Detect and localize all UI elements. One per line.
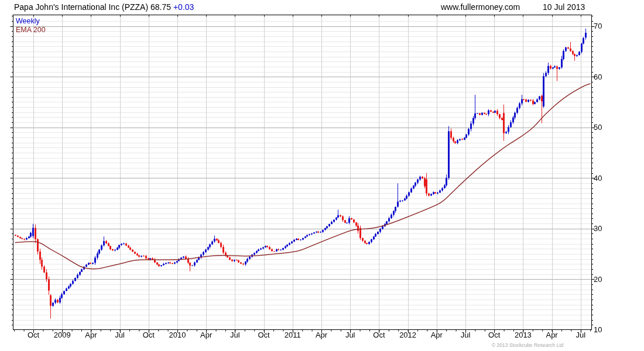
x-axis-label: 2012 xyxy=(395,331,421,339)
candlestick-chart xyxy=(0,0,644,351)
x-axis-label: Jul xyxy=(568,331,594,339)
legend-timeframe: Weekly xyxy=(16,17,40,25)
x-axis-label: Oct xyxy=(366,331,392,339)
y-axis-label: 60 xyxy=(594,73,602,81)
stock-chart-page: { "header": { "title": "Papa John's Inte… xyxy=(0,0,644,351)
x-axis-label: Apr xyxy=(78,331,104,339)
x-axis-label: Jul xyxy=(107,331,133,339)
price-change: +0.03 xyxy=(173,2,194,12)
x-axis-label: Oct xyxy=(481,331,507,339)
site-url: www.fullermoney.com xyxy=(441,2,520,12)
x-axis-label: Apr xyxy=(193,331,219,339)
x-axis-label: 2013 xyxy=(510,331,536,339)
x-axis-label: Apr xyxy=(539,331,565,339)
y-axis-label: 10 xyxy=(594,325,602,334)
x-axis-label: 2011 xyxy=(280,331,306,339)
x-axis-label: Oct xyxy=(251,331,277,339)
y-axis-label: 70 xyxy=(594,22,602,30)
copyright-notice: © 2013 Stockcube Research Ltd xyxy=(492,342,564,348)
legend-ema: EMA 200 xyxy=(16,26,46,34)
x-axis-label: Oct xyxy=(136,331,162,339)
x-axis-label: 2010 xyxy=(165,331,190,339)
y-axis-label: 50 xyxy=(594,123,602,132)
y-axis-label: 20 xyxy=(594,275,602,284)
y-axis-label: 40 xyxy=(594,174,602,183)
x-axis-label: Apr xyxy=(424,331,450,339)
chart-title: Papa John's International Inc (PZZA) 68.… xyxy=(14,2,194,12)
x-axis-label: 2009 xyxy=(49,331,75,339)
x-axis-label: Jul xyxy=(337,331,363,339)
x-axis-label: Jul xyxy=(453,331,478,339)
x-axis-label: Apr xyxy=(309,331,334,339)
x-axis-label: Jul xyxy=(222,331,248,339)
instrument-name: Papa John's International Inc (PZZA) 68.… xyxy=(14,2,171,12)
x-axis-label: Oct xyxy=(20,331,46,339)
y-axis-label: 30 xyxy=(594,224,602,233)
chart-date: 10 Jul 2013 xyxy=(543,2,585,12)
